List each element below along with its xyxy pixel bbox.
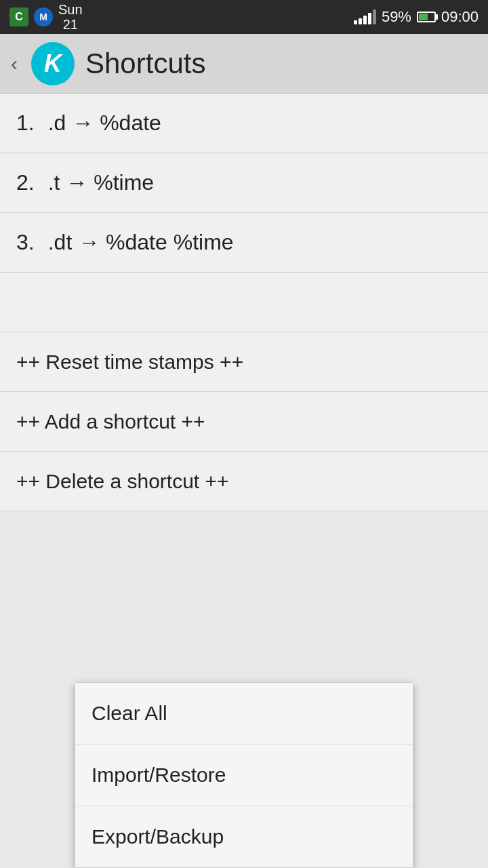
app-bar: ‹ K Shortcuts (0, 34, 488, 94)
empty-item (0, 273, 488, 332)
status-time: 09:00 (441, 8, 479, 26)
app-icon: K (31, 42, 75, 85)
shortcut-item-2[interactable]: 2. .t → %time (0, 153, 488, 213)
shortcut-item-1[interactable]: 1. .d → %date (0, 94, 488, 153)
status-right: 59% 09:00 (354, 8, 479, 26)
add-shortcut-label: ++ Add a shortcut ++ (16, 410, 205, 433)
green-app-icon: C (9, 7, 28, 26)
reset-time-stamps-label: ++ Reset time stamps ++ (16, 351, 243, 374)
app-title: Shortcuts (85, 47, 205, 80)
battery-icon (417, 12, 436, 22)
delete-shortcut-button[interactable]: ++ Delete a shortcut ++ (0, 452, 488, 511)
delete-shortcut-label: ++ Delete a shortcut ++ (16, 470, 229, 493)
reset-time-stamps-button[interactable]: ++ Reset time stamps ++ (0, 332, 488, 392)
status-left: C M Sun 21 (9, 2, 83, 32)
back-arrow-icon[interactable]: ‹ (11, 52, 18, 75)
shortcut-number-2: 2. (16, 170, 35, 195)
menu-item-clear-all-label: Clear All (92, 702, 167, 724)
main-list: 1. .d → %date 2. .t → %time 3. .dt → %da… (0, 94, 488, 715)
shortcut-item-3[interactable]: 3. .dt → %date %time (0, 213, 488, 273)
menu-item-export-backup-label: Export/Backup (92, 825, 224, 848)
shortcut-text-1: .d → %date (48, 111, 161, 136)
battery-percent: 59% (382, 8, 411, 26)
shortcut-text-2: .t → %time (48, 170, 154, 195)
menu-item-import-restore[interactable]: Import/Restore (75, 745, 413, 806)
status-bar: C M Sun 21 59% 09:00 (0, 0, 488, 34)
blue-app-icon: M (34, 7, 53, 26)
status-date: Sun 21 (58, 2, 83, 32)
shortcut-number-1: 1. (16, 111, 35, 136)
signal-icon (354, 9, 376, 24)
shortcut-number-3: 3. (16, 230, 35, 255)
menu-item-import-restore-label: Import/Restore (92, 764, 226, 786)
menu-item-export-backup[interactable]: Export/Backup (75, 806, 413, 867)
app-icon-letter: K (44, 50, 62, 78)
add-shortcut-button[interactable]: ++ Add a shortcut ++ (0, 392, 488, 452)
menu-item-clear-all[interactable]: Clear All (75, 683, 413, 745)
shortcut-text-3: .dt → %date %time (48, 230, 234, 255)
dropdown-menu: Clear All Import/Restore Export/Backup (75, 682, 413, 868)
